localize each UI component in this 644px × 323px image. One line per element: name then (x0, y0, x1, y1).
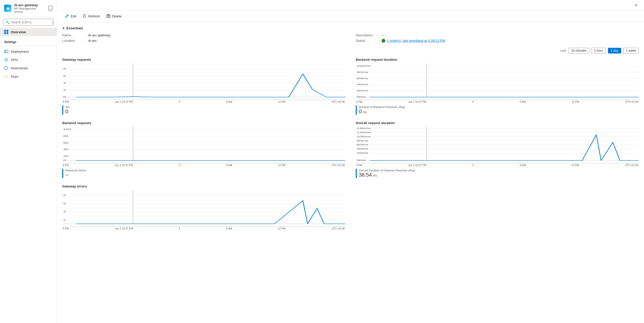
svg-text:0: 0 (63, 95, 66, 98)
sidebar-item-deployment[interactable]: Deployment (0, 47, 57, 56)
backend-duration-container: 100ms 80ms 60ms 40ms 20ms 0ms (356, 64, 639, 100)
backend-requests-x-labels: 6 PMJun 2 10:37 PM36 AM12 PMUTC+01:00 (62, 164, 345, 167)
overview-icon (4, 30, 8, 34)
refresh-label: Refresh (88, 14, 100, 18)
backend-duration-label: Duration of Backend Requests (Avg) (359, 105, 405, 109)
gateway-requests-chart: Gateway requests 8 6 4 2 0 (62, 58, 345, 115)
backend-duration-x-labels: 6 PMJun 2 10:37 PM36 AM12 PMUTC+01:00 (356, 100, 639, 103)
delete-icon (106, 14, 110, 18)
time-btn-1day[interactable]: 1 day (608, 48, 621, 53)
svg-text:120ms: 120ms (357, 131, 371, 134)
essentials-name-row: Name : rb-arc-gateway (62, 33, 345, 37)
location-value: rb-arc (88, 39, 97, 43)
overall-duration-title: Overall request duration (356, 121, 639, 125)
svg-line-11 (67, 15, 68, 16)
edit-button[interactable]: Edit (62, 12, 79, 20)
overall-duration-svg: 140ms 120ms 100ms 80ms 60ms 40ms 20ms 0m… (356, 127, 639, 163)
essentials-description-row: Description : --- (356, 33, 639, 37)
location-label: Location (62, 39, 83, 43)
svg-rect-12 (107, 15, 110, 18)
time-btn-1week[interactable]: 1 week (623, 48, 639, 53)
refresh-button[interactable]: Refresh (80, 12, 103, 20)
search-input[interactable] (11, 21, 50, 24)
overall-duration-value-row: 38.54 ms (359, 172, 415, 178)
svg-text:0ms: 0ms (357, 159, 366, 162)
gateway-requests-x-labels: 6 PMJun 2 10:37 PM36 AM12 PMUTC+01:00 (62, 100, 345, 103)
sidebar-item-apis[interactable]: APIs (0, 56, 57, 64)
requests-sum-label: Requests (Sum) (65, 169, 86, 172)
app-subtitle: API Management service (14, 7, 46, 13)
app-logo: ◈ (4, 5, 11, 12)
apis-icon (4, 58, 8, 62)
keys-icon (4, 74, 8, 78)
svg-text:40ms: 40ms (357, 147, 368, 150)
delete-button[interactable]: Delete (104, 12, 124, 20)
main-content: ✕ Edit Refresh Delete ∧ Essentials Name … (57, 0, 644, 323)
svg-text:4: 4 (63, 210, 66, 213)
status-value: 1 node(s), last heartbeat at 4:39:12 PM (387, 39, 445, 43)
svg-text:40ms: 40ms (357, 83, 368, 86)
backend-duration-title: Backend request duration (356, 58, 639, 62)
backend-requests-chart: Backend requests 100 80 60 40 20 (62, 121, 345, 178)
svg-text:80ms: 80ms (357, 71, 368, 73)
hostnames-icon (4, 66, 8, 70)
svg-text:20ms: 20ms (357, 89, 368, 92)
sidebar-header: ◈ rb-arc-gateway API Management service … (0, 0, 57, 17)
gateway-requests-legend-text: 4xx 0 (65, 105, 70, 115)
time-btn-1hour[interactable]: 1 hour (591, 48, 606, 53)
gateway-errors-container: 8 6 4 2 (62, 190, 345, 227)
gateway-errors-title: Gateway errors (62, 184, 345, 188)
keys-label: Keys (11, 75, 18, 78)
sidebar-item-keys[interactable]: Keys (0, 72, 57, 80)
backend-duration-unit: ms (363, 110, 367, 114)
close-button[interactable]: ✕ (633, 2, 640, 8)
svg-text:20ms: 20ms (357, 151, 368, 154)
essentials-chevron-icon: ∧ (62, 26, 65, 30)
overall-duration-chart: Overall request duration 140ms 120ms 100 (356, 121, 639, 178)
gateway-requests-svg: 8 6 4 2 0 (62, 64, 345, 100)
svg-text:60ms: 60ms (357, 77, 368, 80)
svg-text:80: 80 (63, 134, 68, 137)
gateway-4xx-value: 0 (65, 109, 68, 114)
essentials-location-row: Location : rb-arc (62, 39, 345, 43)
svg-rect-1 (6, 30, 8, 32)
gateway-requests-legend-bar (62, 105, 63, 115)
essentials-grid: Name : rb-arc-gateway Location : rb-arc … (62, 33, 639, 43)
backend-duration-svg: 100ms 80ms 60ms 40ms 20ms 0ms (356, 64, 639, 100)
requests-sum-value-row: -- (65, 172, 86, 178)
gateway-errors-svg: 8 6 4 2 (62, 190, 345, 226)
hostnames-label: Hostnames (11, 66, 28, 70)
app-name: rb-arc-gateway (14, 3, 46, 7)
search-box[interactable]: 🔍 « (3, 19, 54, 26)
sidebar: ◈ rb-arc-gateway API Management service … (0, 0, 57, 323)
svg-text:20: 20 (63, 154, 68, 157)
edit-icon (65, 14, 69, 18)
overall-duration-x-labels: 6 PMJun 2 10:37 PM36 AM12 PMUTC+01:00 (356, 164, 639, 167)
svg-rect-4 (4, 50, 8, 53)
edit-label: Edit (71, 14, 76, 18)
svg-rect-0 (4, 30, 6, 32)
apis-label: APIs (11, 58, 18, 62)
svg-rect-2 (4, 32, 6, 34)
svg-text:8: 8 (63, 67, 66, 70)
svg-text:4: 4 (63, 82, 66, 84)
svg-text:2: 2 (63, 89, 66, 91)
backend-duration-legend-bar (356, 105, 357, 115)
sidebar-item-overview[interactable]: Overview (0, 28, 57, 36)
sidebar-title: rb-arc-gateway API Management service (14, 3, 46, 13)
essentials-title: Essentials (66, 26, 83, 30)
backend-requests-legend-text: Requests (Sum) -- (65, 169, 86, 178)
svg-text:60ms: 60ms (357, 143, 368, 146)
svg-text:100ms: 100ms (357, 135, 371, 138)
sidebar-item-hostnames[interactable]: Hostnames (0, 64, 57, 72)
gateway-4xx-label: 4xx (65, 105, 70, 109)
sidebar-divider (0, 46, 57, 46)
overall-duration-container: 140ms 120ms 100ms 80ms 60ms 40ms 20ms 0m… (356, 127, 639, 163)
more-options-button[interactable]: ... (48, 5, 53, 11)
essentials-header[interactable]: ∧ Essentials (62, 26, 639, 30)
collapse-button[interactable]: « (52, 21, 53, 24)
charts-grid: Gateway requests 8 6 4 2 0 (62, 58, 639, 230)
time-btn-15min[interactable]: 15 minutes (568, 48, 589, 53)
name-value: rb-arc-gateway (88, 33, 111, 37)
status-badge: 1 node(s), last heartbeat at 4:39:12 PM (382, 39, 445, 43)
